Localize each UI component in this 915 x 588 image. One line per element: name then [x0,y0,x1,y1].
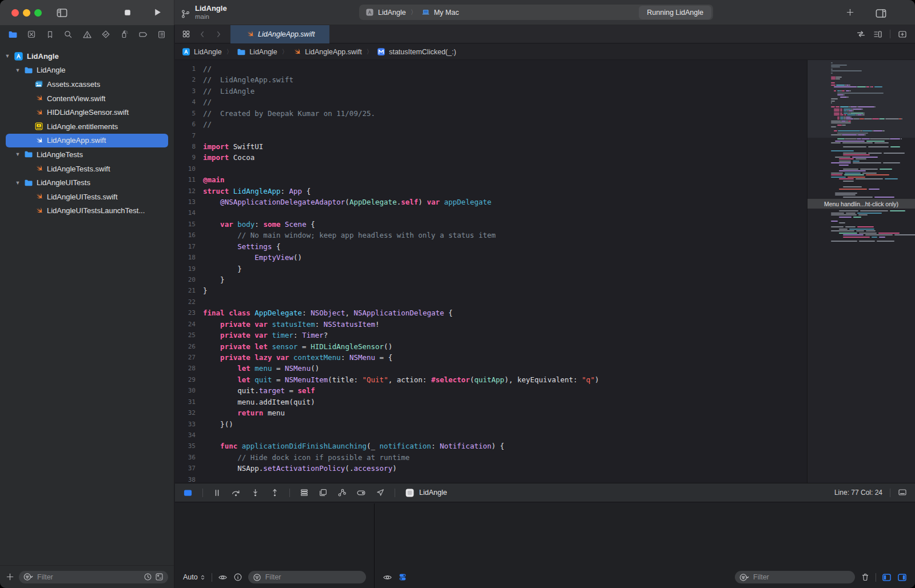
run-button[interactable] [153,7,162,17]
code-line-16[interactable]: 16 // No main window; keep app headless … [175,230,806,241]
debug-navigator-icon[interactable] [120,30,129,39]
console-toggles-icon[interactable] [398,573,407,582]
tab-lidangleapp-swift[interactable]: LidAngleApp.swift [230,25,329,43]
memory-graph-icon[interactable] [319,488,328,497]
stop-button[interactable] [124,9,132,17]
code-line-15[interactable]: 15 var body: some Scene { [175,219,806,230]
pause-icon[interactable] [213,489,221,497]
variables-scope-popup[interactable]: Auto [183,573,206,581]
tree-item-lidangleuitests[interactable]: ▼LidAngleUITests [0,175,174,190]
code-line-17[interactable]: 17 Settings { [175,241,806,252]
code-line-18[interactable]: 18 EmptyView() [175,252,806,263]
project-navigator-icon[interactable] [8,30,18,39]
navigator-filter-input[interactable] [36,573,141,582]
minimap[interactable]: Menu handlin...ht-click only) [807,60,915,483]
code-line-31[interactable]: 31 menu.addItem(quit) [175,397,806,407]
console-filter-input[interactable] [752,573,850,582]
zoom-window-button[interactable] [34,9,42,17]
minimap-options-icon[interactable] [873,30,882,39]
code-line-25[interactable]: 25 private var timer: Timer? [175,330,806,341]
source-control-navigator-icon[interactable] [27,30,36,39]
code-line-7[interactable]: 7 [175,130,806,141]
add-editor-icon[interactable] [898,30,907,39]
disclosure-chevron-icon[interactable]: ▼ [15,180,21,186]
minimize-window-button[interactable] [23,9,30,17]
disclosure-chevron-icon[interactable]: ▼ [15,67,21,73]
related-items-icon[interactable] [182,30,190,38]
scheme-selector[interactable]: LidAngle 〉 My Mac Running LidAngle [359,5,713,20]
breakpoints-navigator-icon[interactable] [138,30,148,39]
code-line-11[interactable]: 11@main [175,174,806,185]
code-line-21[interactable]: 21} [175,285,806,296]
tree-item-lidangle-entitlements[interactable]: LidAngle.entitlements [0,119,174,134]
code-line-35[interactable]: 35 func applicationDidFinishLaunching(_ … [175,441,806,451]
breadcrumb-item[interactable]: statusItemClicked(_:) [377,47,456,56]
tree-item-lidangleuitests-swift[interactable]: LidAngleUITests.swift [0,190,174,204]
back-chevron-icon[interactable] [198,30,206,38]
code-line-34[interactable]: 34 [175,430,806,441]
running-process-chip[interactable]: LidAngle [405,488,447,498]
code-line-14[interactable]: 14 [175,207,806,218]
step-into-icon[interactable] [250,488,260,498]
source-editor[interactable]: 1//2// LidAngleApp.swift3// LidAngle4//5… [175,60,806,483]
tree-item-lidangle[interactable]: ▼LidAngle [0,63,174,78]
scheme-destination-label[interactable]: My Mac [434,9,459,17]
find-navigator-icon[interactable] [63,30,73,39]
info-icon[interactable] [233,573,242,582]
code-review-icon[interactable] [856,29,866,39]
tests-navigator-icon[interactable] [101,30,110,39]
code-line-20[interactable]: 20 } [175,274,806,285]
trash-icon[interactable] [861,573,870,582]
code-line-19[interactable]: 19 } [175,263,806,274]
variables-filter-input[interactable] [264,573,361,582]
code-line-27[interactable]: 27 private lazy var contextMenu: NSMenu … [175,352,806,363]
view-hierarchy-icon[interactable] [300,488,309,497]
code-line-32[interactable]: 32 return menu [175,407,806,418]
code-line-30[interactable]: 30 quit.target = self [175,385,806,396]
code-line-22[interactable]: 22 [175,297,806,307]
code-line-1[interactable]: 1// [175,63,806,74]
bookmarks-navigator-icon[interactable] [46,30,54,39]
issues-navigator-icon[interactable] [82,30,92,39]
display-icon[interactable] [898,488,907,497]
code-line-36[interactable]: 36 // Hide dock icon if possible at runt… [175,452,806,463]
new-tab-plus-icon[interactable] [846,8,854,17]
hide-debug-area-icon[interactable] [183,488,193,498]
disclosure-chevron-icon[interactable]: ▼ [15,151,21,157]
tree-item-lidangle[interactable]: ▼LidAngle [0,49,174,63]
code-line-3[interactable]: 3// LidAngle [175,86,806,97]
console-output-eye-icon[interactable] [383,573,392,582]
panel-right-toggle-icon[interactable] [897,573,907,582]
disclosure-chevron-icon[interactable]: ▼ [5,53,10,59]
code-line-26[interactable]: 26 private let sensor = HIDLidAngleSenso… [175,341,806,352]
code-line-12[interactable]: 12struct LidAngleApp: App { [175,186,806,197]
recent-files-clock-icon[interactable] [144,573,152,581]
code-line-13[interactable]: 13 @NSApplicationDelegateAdaptor(AppDele… [175,197,806,207]
breadcrumb-item[interactable]: LidAngle [182,47,222,56]
code-line-6[interactable]: 6// [175,119,806,130]
code-line-33[interactable]: 33 }() [175,419,806,430]
close-window-button[interactable] [11,9,19,17]
tree-item-lidangletests-swift[interactable]: LidAngleTests.swift [0,162,174,176]
minimap-viewport[interactable] [807,60,915,138]
source-control-status-icon[interactable] [155,573,164,581]
code-line-2[interactable]: 2// LidAngleApp.swift [175,74,806,85]
console-filter-field[interactable] [735,571,855,583]
breadcrumb-item[interactable]: LidAngle [237,47,277,57]
code-line-8[interactable]: 8import SwiftUI [175,141,806,152]
variables-filter-field[interactable] [248,571,366,583]
tree-item-lidangleuitestslaunchtest-[interactable]: LidAngleUITestsLaunchTest... [0,204,174,218]
navigator-filter-field[interactable] [19,571,168,583]
tree-item-contentview-swift[interactable]: ContentView.swift [0,91,174,106]
reports-navigator-icon[interactable] [157,30,166,39]
sidebar-toggle-icon[interactable] [56,7,68,19]
code-line-29[interactable]: 29 let quit = NSMenuItem(title: "Quit", … [175,374,806,385]
code-line-28[interactable]: 28 let menu = NSMenu() [175,363,806,374]
tree-item-lidangleapp-swift[interactable]: LidAngleApp.swift [0,134,174,148]
tree-item-hidlidanglesensor-swift[interactable]: HIDLidAngleSensor.swift [0,105,174,119]
breadcrumb-item[interactable]: LidAngleApp.swift [292,47,361,57]
environment-overrides-icon[interactable] [356,488,366,498]
tree-item-lidangletests[interactable]: ▼LidAngleTests [0,147,174,162]
code-line-24[interactable]: 24 private var statusItem: NSStatusItem! [175,319,806,330]
forward-chevron-icon[interactable] [214,30,222,38]
